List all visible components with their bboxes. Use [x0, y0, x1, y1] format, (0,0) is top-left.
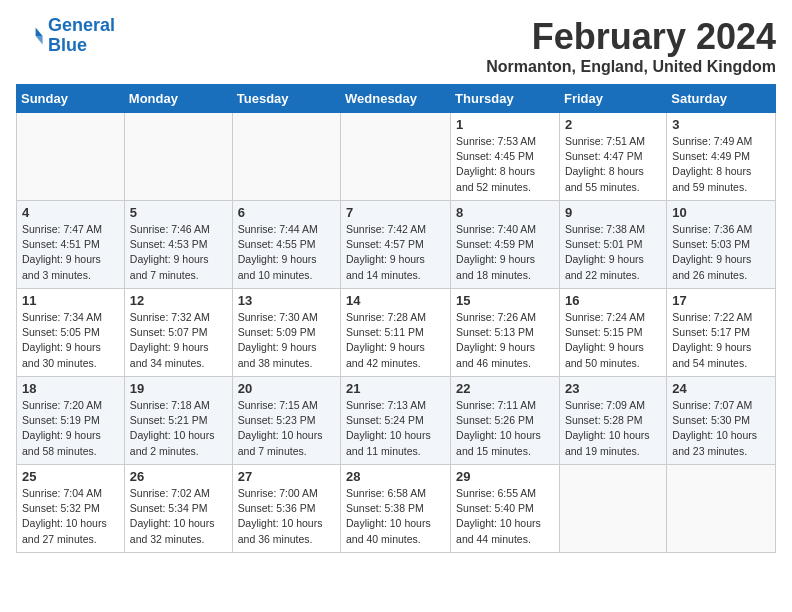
day-number: 29	[456, 469, 554, 484]
calendar-cell: 12Sunrise: 7:32 AM Sunset: 5:07 PM Dayli…	[124, 289, 232, 377]
svg-marker-1	[36, 36, 43, 44]
logo-line2: Blue	[48, 35, 87, 55]
week-row-2: 4Sunrise: 7:47 AM Sunset: 4:51 PM Daylig…	[17, 201, 776, 289]
calendar-cell	[232, 113, 340, 201]
calendar-cell: 21Sunrise: 7:13 AM Sunset: 5:24 PM Dayli…	[341, 377, 451, 465]
calendar-cell: 16Sunrise: 7:24 AM Sunset: 5:15 PM Dayli…	[559, 289, 666, 377]
day-number: 19	[130, 381, 227, 396]
day-number: 11	[22, 293, 119, 308]
calendar-cell: 3Sunrise: 7:49 AM Sunset: 4:49 PM Daylig…	[667, 113, 776, 201]
day-detail: Sunrise: 7:40 AM Sunset: 4:59 PM Dayligh…	[456, 222, 554, 283]
day-number: 7	[346, 205, 445, 220]
day-number: 10	[672, 205, 770, 220]
weekday-header-monday: Monday	[124, 85, 232, 113]
calendar-cell: 17Sunrise: 7:22 AM Sunset: 5:17 PM Dayli…	[667, 289, 776, 377]
calendar-cell: 5Sunrise: 7:46 AM Sunset: 4:53 PM Daylig…	[124, 201, 232, 289]
day-number: 23	[565, 381, 661, 396]
calendar-cell: 10Sunrise: 7:36 AM Sunset: 5:03 PM Dayli…	[667, 201, 776, 289]
calendar-cell: 22Sunrise: 7:11 AM Sunset: 5:26 PM Dayli…	[451, 377, 560, 465]
day-detail: Sunrise: 7:04 AM Sunset: 5:32 PM Dayligh…	[22, 486, 119, 547]
week-row-3: 11Sunrise: 7:34 AM Sunset: 5:05 PM Dayli…	[17, 289, 776, 377]
day-number: 21	[346, 381, 445, 396]
calendar-cell: 29Sunrise: 6:55 AM Sunset: 5:40 PM Dayli…	[451, 465, 560, 553]
svg-marker-0	[36, 27, 43, 35]
day-detail: Sunrise: 7:07 AM Sunset: 5:30 PM Dayligh…	[672, 398, 770, 459]
day-detail: Sunrise: 7:09 AM Sunset: 5:28 PM Dayligh…	[565, 398, 661, 459]
day-detail: Sunrise: 7:51 AM Sunset: 4:47 PM Dayligh…	[565, 134, 661, 195]
weekday-header-sunday: Sunday	[17, 85, 125, 113]
day-number: 3	[672, 117, 770, 132]
weekday-header-row: SundayMondayTuesdayWednesdayThursdayFrid…	[17, 85, 776, 113]
day-detail: Sunrise: 7:22 AM Sunset: 5:17 PM Dayligh…	[672, 310, 770, 371]
calendar-cell: 24Sunrise: 7:07 AM Sunset: 5:30 PM Dayli…	[667, 377, 776, 465]
calendar-cell: 4Sunrise: 7:47 AM Sunset: 4:51 PM Daylig…	[17, 201, 125, 289]
calendar-subtitle: Normanton, England, United Kingdom	[486, 58, 776, 76]
calendar-cell: 2Sunrise: 7:51 AM Sunset: 4:47 PM Daylig…	[559, 113, 666, 201]
day-detail: Sunrise: 7:30 AM Sunset: 5:09 PM Dayligh…	[238, 310, 335, 371]
day-number: 17	[672, 293, 770, 308]
day-detail: Sunrise: 7:47 AM Sunset: 4:51 PM Dayligh…	[22, 222, 119, 283]
day-detail: Sunrise: 7:24 AM Sunset: 5:15 PM Dayligh…	[565, 310, 661, 371]
weekday-header-tuesday: Tuesday	[232, 85, 340, 113]
day-number: 2	[565, 117, 661, 132]
logo-text: General Blue	[48, 16, 115, 56]
day-detail: Sunrise: 7:32 AM Sunset: 5:07 PM Dayligh…	[130, 310, 227, 371]
day-number: 8	[456, 205, 554, 220]
day-number: 16	[565, 293, 661, 308]
week-row-1: 1Sunrise: 7:53 AM Sunset: 4:45 PM Daylig…	[17, 113, 776, 201]
calendar-cell: 20Sunrise: 7:15 AM Sunset: 5:23 PM Dayli…	[232, 377, 340, 465]
day-detail: Sunrise: 7:00 AM Sunset: 5:36 PM Dayligh…	[238, 486, 335, 547]
calendar-cell	[667, 465, 776, 553]
day-number: 20	[238, 381, 335, 396]
calendar-cell: 14Sunrise: 7:28 AM Sunset: 5:11 PM Dayli…	[341, 289, 451, 377]
day-number: 9	[565, 205, 661, 220]
calendar-cell: 18Sunrise: 7:20 AM Sunset: 5:19 PM Dayli…	[17, 377, 125, 465]
day-number: 4	[22, 205, 119, 220]
weekday-header-thursday: Thursday	[451, 85, 560, 113]
day-number: 5	[130, 205, 227, 220]
day-number: 6	[238, 205, 335, 220]
day-detail: Sunrise: 7:44 AM Sunset: 4:55 PM Dayligh…	[238, 222, 335, 283]
calendar-cell	[341, 113, 451, 201]
day-detail: Sunrise: 7:11 AM Sunset: 5:26 PM Dayligh…	[456, 398, 554, 459]
page-header: General Blue February 2024 Normanton, En…	[16, 16, 776, 76]
calendar-cell: 1Sunrise: 7:53 AM Sunset: 4:45 PM Daylig…	[451, 113, 560, 201]
day-detail: Sunrise: 7:20 AM Sunset: 5:19 PM Dayligh…	[22, 398, 119, 459]
day-number: 26	[130, 469, 227, 484]
calendar-cell: 23Sunrise: 7:09 AM Sunset: 5:28 PM Dayli…	[559, 377, 666, 465]
day-detail: Sunrise: 7:26 AM Sunset: 5:13 PM Dayligh…	[456, 310, 554, 371]
calendar-cell: 15Sunrise: 7:26 AM Sunset: 5:13 PM Dayli…	[451, 289, 560, 377]
calendar-cell: 11Sunrise: 7:34 AM Sunset: 5:05 PM Dayli…	[17, 289, 125, 377]
calendar-cell: 6Sunrise: 7:44 AM Sunset: 4:55 PM Daylig…	[232, 201, 340, 289]
day-number: 13	[238, 293, 335, 308]
day-detail: Sunrise: 7:36 AM Sunset: 5:03 PM Dayligh…	[672, 222, 770, 283]
calendar-cell: 13Sunrise: 7:30 AM Sunset: 5:09 PM Dayli…	[232, 289, 340, 377]
day-number: 1	[456, 117, 554, 132]
week-row-5: 25Sunrise: 7:04 AM Sunset: 5:32 PM Dayli…	[17, 465, 776, 553]
calendar-cell: 28Sunrise: 6:58 AM Sunset: 5:38 PM Dayli…	[341, 465, 451, 553]
day-detail: Sunrise: 6:58 AM Sunset: 5:38 PM Dayligh…	[346, 486, 445, 547]
logo-line1: General	[48, 15, 115, 35]
weekday-header-saturday: Saturday	[667, 85, 776, 113]
day-detail: Sunrise: 6:55 AM Sunset: 5:40 PM Dayligh…	[456, 486, 554, 547]
day-detail: Sunrise: 7:34 AM Sunset: 5:05 PM Dayligh…	[22, 310, 119, 371]
day-detail: Sunrise: 7:42 AM Sunset: 4:57 PM Dayligh…	[346, 222, 445, 283]
calendar-cell	[559, 465, 666, 553]
calendar-cell: 27Sunrise: 7:00 AM Sunset: 5:36 PM Dayli…	[232, 465, 340, 553]
calendar-cell: 9Sunrise: 7:38 AM Sunset: 5:01 PM Daylig…	[559, 201, 666, 289]
day-number: 22	[456, 381, 554, 396]
weekday-header-wednesday: Wednesday	[341, 85, 451, 113]
day-number: 28	[346, 469, 445, 484]
day-detail: Sunrise: 7:28 AM Sunset: 5:11 PM Dayligh…	[346, 310, 445, 371]
calendar-cell: 8Sunrise: 7:40 AM Sunset: 4:59 PM Daylig…	[451, 201, 560, 289]
calendar-cell: 19Sunrise: 7:18 AM Sunset: 5:21 PM Dayli…	[124, 377, 232, 465]
day-number: 24	[672, 381, 770, 396]
calendar-cell	[124, 113, 232, 201]
day-number: 18	[22, 381, 119, 396]
day-number: 12	[130, 293, 227, 308]
day-detail: Sunrise: 7:49 AM Sunset: 4:49 PM Dayligh…	[672, 134, 770, 195]
day-detail: Sunrise: 7:13 AM Sunset: 5:24 PM Dayligh…	[346, 398, 445, 459]
day-detail: Sunrise: 7:53 AM Sunset: 4:45 PM Dayligh…	[456, 134, 554, 195]
title-section: February 2024 Normanton, England, United…	[486, 16, 776, 76]
logo-icon	[16, 22, 44, 50]
